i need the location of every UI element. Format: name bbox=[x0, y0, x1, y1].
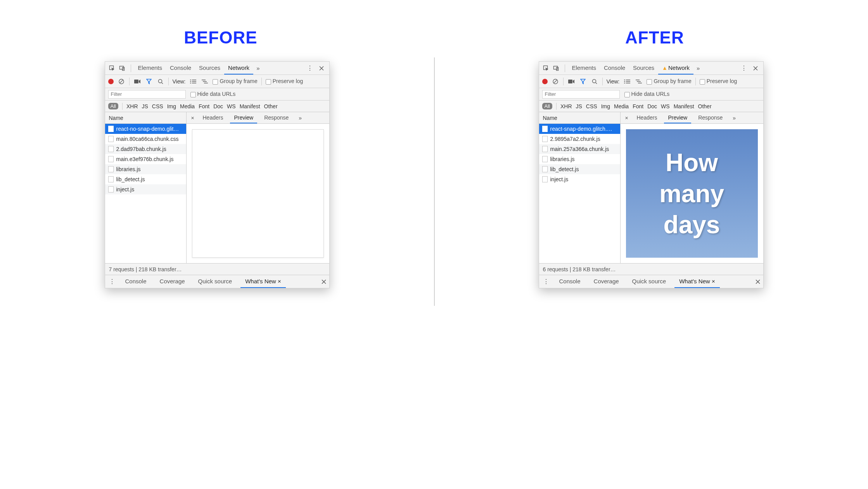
request-row[interactable]: react-snap-demo.glitch.… bbox=[539, 124, 620, 134]
filter-all[interactable]: All bbox=[542, 103, 552, 109]
request-row[interactable]: 2.dad97bab.chunk.js bbox=[105, 144, 186, 154]
request-row[interactable]: main.257a366a.chunk.js bbox=[539, 144, 620, 154]
clear-icon[interactable] bbox=[552, 78, 559, 85]
device-toggle-icon[interactable] bbox=[118, 64, 127, 73]
filter-all[interactable]: All bbox=[108, 103, 118, 109]
filter-js[interactable]: JS bbox=[142, 103, 148, 109]
subtab-preview[interactable]: Preview bbox=[664, 112, 691, 123]
search-icon[interactable] bbox=[157, 78, 164, 85]
preserve-log-checkbox[interactable]: Preserve log bbox=[700, 78, 737, 84]
subtab-response[interactable]: Response bbox=[694, 112, 726, 123]
drawer-quick-source[interactable]: Quick source bbox=[194, 275, 237, 288]
filter-media[interactable]: Media bbox=[614, 103, 629, 109]
filter-img[interactable]: Img bbox=[167, 103, 176, 109]
tab-network[interactable]: Network bbox=[224, 62, 253, 75]
drawer-whats-new[interactable]: What's New × bbox=[240, 275, 286, 288]
large-rows-icon[interactable] bbox=[623, 78, 631, 85]
filter-xhr[interactable]: XHR bbox=[126, 103, 138, 109]
request-row[interactable]: main.e3ef976b.chunk.js bbox=[105, 154, 186, 164]
drawer-menu-icon[interactable]: ⋮ bbox=[108, 278, 116, 285]
request-row[interactable]: react-no-snap-demo.glit… bbox=[105, 124, 186, 134]
name-column-header[interactable]: Name bbox=[539, 112, 621, 123]
filter-ws[interactable]: WS bbox=[227, 103, 236, 109]
tab-network[interactable]: ▲Network bbox=[658, 62, 693, 75]
more-subtabs-icon[interactable]: » bbox=[730, 115, 739, 121]
drawer-whats-new[interactable]: What's New × bbox=[674, 275, 720, 288]
close-tab-icon[interactable]: × bbox=[712, 278, 715, 284]
inspect-icon[interactable] bbox=[541, 64, 551, 73]
drawer-coverage[interactable]: Coverage bbox=[589, 275, 624, 288]
filter-input[interactable] bbox=[108, 90, 186, 99]
filter-input[interactable] bbox=[542, 90, 620, 99]
close-tab-icon[interactable]: × bbox=[278, 278, 281, 284]
filter-css[interactable]: CSS bbox=[586, 103, 597, 109]
hide-data-urls-checkbox[interactable]: Hide data URLs bbox=[624, 91, 670, 97]
request-list[interactable]: react-snap-demo.glitch.… 2.9895a7a2.chun… bbox=[539, 124, 621, 263]
subtab-headers[interactable]: Headers bbox=[199, 112, 227, 123]
request-row[interactable]: lib_detect.js bbox=[105, 174, 186, 184]
filter-media[interactable]: Media bbox=[180, 103, 195, 109]
drawer-coverage[interactable]: Coverage bbox=[155, 275, 190, 288]
tab-console[interactable]: Console bbox=[166, 62, 195, 75]
filter-manifest[interactable]: Manifest bbox=[240, 103, 260, 109]
filter-icon[interactable] bbox=[579, 78, 587, 85]
filter-img[interactable]: Img bbox=[601, 103, 610, 109]
filter-manifest[interactable]: Manifest bbox=[674, 103, 694, 109]
filter-doc[interactable]: Doc bbox=[647, 103, 657, 109]
search-icon[interactable] bbox=[591, 78, 598, 85]
drawer-menu-icon[interactable]: ⋮ bbox=[542, 278, 550, 285]
record-button[interactable] bbox=[108, 79, 114, 84]
tab-sources[interactable]: Sources bbox=[629, 62, 658, 75]
filter-icon[interactable] bbox=[145, 78, 153, 85]
tab-sources[interactable]: Sources bbox=[195, 62, 224, 75]
drawer-quick-source[interactable]: Quick source bbox=[628, 275, 671, 288]
drawer-console[interactable]: Console bbox=[555, 275, 585, 288]
more-tabs-icon[interactable]: » bbox=[693, 65, 703, 71]
more-tabs-icon[interactable]: » bbox=[253, 65, 263, 71]
camera-icon[interactable] bbox=[567, 78, 575, 85]
tab-elements[interactable]: Elements bbox=[134, 62, 166, 75]
group-by-frame-checkbox[interactable]: Group by frame bbox=[647, 78, 691, 84]
request-list[interactable]: react-no-snap-demo.glit… main.80ca66ca.c… bbox=[105, 124, 187, 263]
device-toggle-icon[interactable] bbox=[552, 64, 561, 73]
tab-console[interactable]: Console bbox=[600, 62, 629, 75]
filter-font[interactable]: Font bbox=[199, 103, 209, 109]
name-column-header[interactable]: Name bbox=[105, 112, 187, 123]
waterfall-icon[interactable] bbox=[201, 78, 209, 85]
filter-font[interactable]: Font bbox=[633, 103, 643, 109]
request-row[interactable]: inject.js bbox=[539, 174, 620, 184]
close-detail-icon[interactable]: × bbox=[189, 115, 196, 121]
request-row[interactable]: lib_detect.js bbox=[539, 164, 620, 174]
close-drawer-icon[interactable] bbox=[756, 279, 760, 284]
tab-elements[interactable]: Elements bbox=[568, 62, 600, 75]
close-devtools-icon[interactable] bbox=[751, 64, 760, 73]
large-rows-icon[interactable] bbox=[189, 78, 197, 85]
request-row[interactable]: main.80ca66ca.chunk.css bbox=[105, 134, 186, 144]
filter-js[interactable]: JS bbox=[576, 103, 582, 109]
close-detail-icon[interactable]: × bbox=[623, 115, 630, 121]
waterfall-icon[interactable] bbox=[635, 78, 643, 85]
request-row[interactable]: 2.9895a7a2.chunk.js bbox=[539, 134, 620, 144]
filter-other[interactable]: Other bbox=[698, 103, 712, 109]
hide-data-urls-checkbox[interactable]: Hide data URLs bbox=[190, 91, 236, 97]
close-devtools-icon[interactable] bbox=[317, 64, 326, 73]
filter-css[interactable]: CSS bbox=[152, 103, 163, 109]
clear-icon[interactable] bbox=[118, 78, 125, 85]
request-row[interactable]: libraries.js bbox=[539, 154, 620, 164]
menu-icon[interactable]: ⋮ bbox=[306, 64, 314, 72]
filter-doc[interactable]: Doc bbox=[213, 103, 223, 109]
preserve-log-checkbox[interactable]: Preserve log bbox=[266, 78, 303, 84]
inspect-icon[interactable] bbox=[107, 64, 117, 73]
filter-ws[interactable]: WS bbox=[661, 103, 670, 109]
request-row[interactable]: libraries.js bbox=[105, 164, 186, 174]
subtab-response[interactable]: Response bbox=[260, 112, 292, 123]
drawer-console[interactable]: Console bbox=[121, 275, 151, 288]
more-subtabs-icon[interactable]: » bbox=[296, 115, 305, 121]
menu-icon[interactable]: ⋮ bbox=[740, 64, 748, 72]
subtab-preview[interactable]: Preview bbox=[230, 112, 257, 123]
record-button[interactable] bbox=[542, 79, 548, 84]
close-drawer-icon[interactable] bbox=[322, 279, 326, 284]
request-row[interactable]: inject.js bbox=[105, 184, 186, 194]
group-by-frame-checkbox[interactable]: Group by frame bbox=[213, 78, 257, 84]
subtab-headers[interactable]: Headers bbox=[633, 112, 661, 123]
